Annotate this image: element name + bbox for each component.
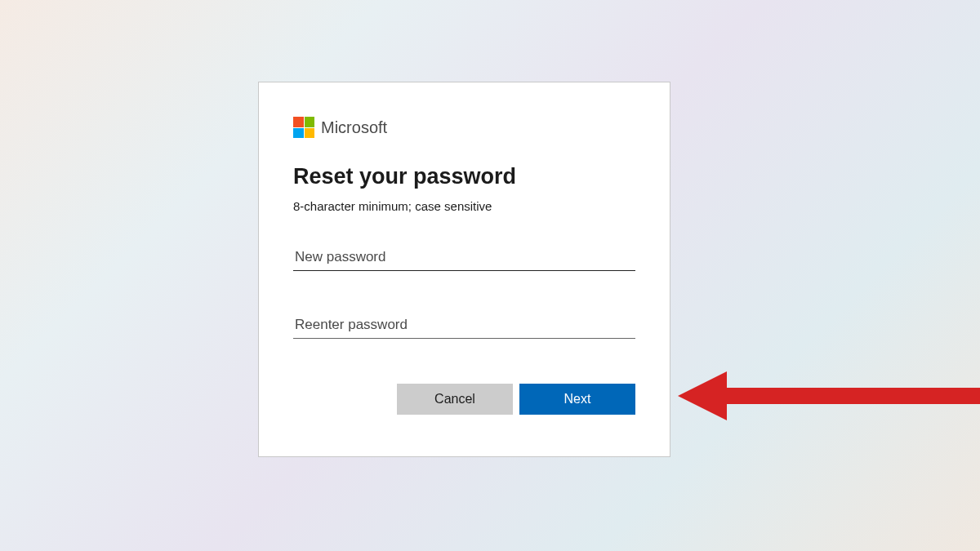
dialog-heading: Reset your password (293, 164, 635, 189)
brand-name: Microsoft (321, 118, 387, 137)
cancel-button[interactable]: Cancel (397, 384, 513, 415)
reenter-password-input[interactable] (293, 312, 635, 339)
next-button[interactable]: Next (519, 384, 635, 415)
arrow-annotation-icon (678, 359, 980, 433)
brand-row: Microsoft (293, 117, 635, 138)
svg-marker-0 (678, 371, 980, 420)
microsoft-logo-icon (293, 117, 314, 138)
reset-password-dialog: Microsoft Reset your password 8-characte… (258, 82, 670, 457)
dialog-subtext: 8-character minimum; case sensitive (293, 199, 635, 213)
new-password-input[interactable] (293, 244, 635, 271)
button-row: Cancel Next (293, 384, 635, 415)
